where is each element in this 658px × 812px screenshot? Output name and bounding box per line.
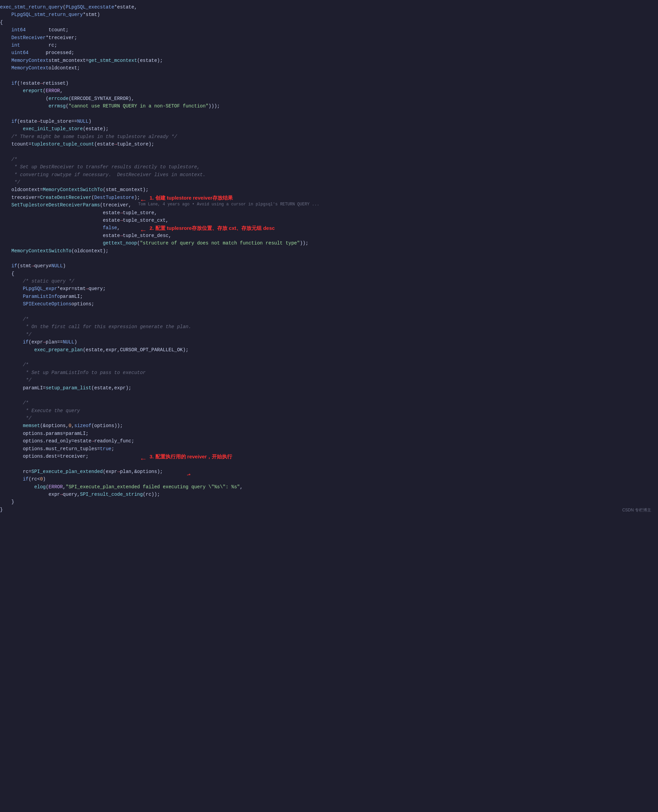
code-line: uint64 processed; [0, 49, 658, 57]
code-line [0, 308, 658, 316]
code-line: */ [0, 415, 658, 422]
code-line: PLpgSQL_stmt_return_query *stmt) [0, 11, 658, 18]
code-line: } [0, 498, 658, 506]
code-line: if (estate→tuple_store == NULL) [0, 118, 658, 125]
code-line [0, 460, 658, 468]
code-line: { [0, 270, 658, 278]
code-line: */ [0, 331, 658, 338]
code-line: MemoryContext oldcontext; [0, 64, 658, 72]
code-line: /* [0, 361, 658, 369]
code-line: paramLI = setup_param_list(estate, expr)… [0, 384, 658, 392]
code-line: DestReceiver *treceiver; [0, 34, 658, 41]
code-line: * Execute the query [0, 407, 658, 415]
code-line: PLpgSQL_expr *expr = stmt→query; [0, 285, 658, 292]
code-line: int64 tcount; [0, 26, 658, 34]
code-line: oldcontext = MemoryContextSwitchTo(stmt_… [0, 186, 658, 193]
code-line [0, 353, 658, 361]
code-line: exec_init_tuple_store(estate); [0, 125, 658, 133]
code-line: MemoryContextSwitchTo(oldcontext); [0, 247, 658, 255]
code-line: if (stmt→query ≠ NULL) [0, 262, 658, 270]
code-line: * Set up ParamListInfo to pass to execut… [0, 369, 658, 376]
code-line: } [0, 506, 658, 514]
code-line: MemoryContext stmt_mcontext = get_stmt_m… [0, 57, 658, 64]
code-line: /* [0, 316, 658, 323]
code-line: ereport(ERROR, [0, 87, 658, 94]
code-line: * converting rowtype if necessary. DestR… [0, 171, 658, 179]
code-line: elog(ERROR, "SPI_execute_plan_extended f… [0, 483, 658, 491]
code-line: expr→query, SPI_result_code_string(rc)); [0, 491, 658, 498]
code-line: * Set up DestReceiver to transfer result… [0, 163, 658, 171]
watermark: CSDN 专栏博主 [622, 507, 651, 514]
code-line: options.params = paramLI; [0, 430, 658, 437]
code-line: * On the first call for this expression … [0, 323, 658, 330]
code-line: tcount = tuplestore_tuple_count(estate→t… [0, 140, 658, 148]
code-line: options.must_return_tuples = true; [0, 445, 658, 452]
code-line [0, 392, 658, 399]
code-line: estate→tuple_store_desc, [0, 232, 658, 239]
code-line [0, 110, 658, 117]
code-line: */ [0, 179, 658, 186]
code-line: errmsg("cannot use RETURN QUERY in a non… [0, 102, 658, 110]
code-line: /* [0, 399, 658, 407]
code-line: options.dest = treceiver; ← 3. 配置执行用的 re… [0, 452, 658, 460]
code-line: if (!estate→retisset) [0, 80, 658, 87]
code-line: estate→tuple_store, [0, 209, 658, 217]
code-line: SetTuplestoreDestReceiverParams(treceive… [0, 201, 658, 209]
code-line: */ [0, 376, 658, 384]
code-line: /* [0, 156, 658, 163]
code-line: SPIExecuteOptions options; [0, 300, 658, 308]
code-line: memset(&options, 0, sizeof(options)); [0, 422, 658, 429]
code-line [0, 72, 658, 80]
code-line: exec_stmt_return_query(PLpgSQL_execstate… [0, 3, 658, 11]
code-line: /* There might be some tuples in the tup… [0, 133, 658, 140]
code-line [0, 148, 658, 155]
code-line: estate→tuple_store_cxt, [0, 217, 658, 224]
code-line: gettext_noop("structure of query does no… [0, 239, 658, 247]
code-line: options.read_only = estate→readonly_func… [0, 437, 658, 445]
code-line: exec_prepare_plan(estate, expr, CURSOR_O… [0, 346, 658, 353]
code-line: { [0, 19, 658, 26]
code-line: (errcode(ERRCODE_SYNTAX_ERROR), [0, 95, 658, 102]
code-container: exec_stmt_return_query(PLpgSQL_execstate… [0, 0, 658, 517]
code-line: int rc; [0, 41, 658, 49]
code-line [0, 255, 658, 262]
code-line: if (rc < 0) [0, 475, 658, 483]
code-line: /* static query */ [0, 278, 658, 285]
code-line: false, ← 2. 配置 tuplesrore存放位置、存放 cxt、存放元… [0, 224, 658, 232]
code-token: exec_stmt_return_query [0, 3, 63, 11]
code-line: treceiver = CreateDestReceiver(DestTuple… [0, 194, 658, 201]
code-line: if (expr→plan == NULL) [0, 338, 658, 346]
code-line: rc = SPI_execute_plan_extended(expr→plan… [0, 468, 658, 475]
code-line: ParamListInfo paramLI; [0, 293, 658, 300]
